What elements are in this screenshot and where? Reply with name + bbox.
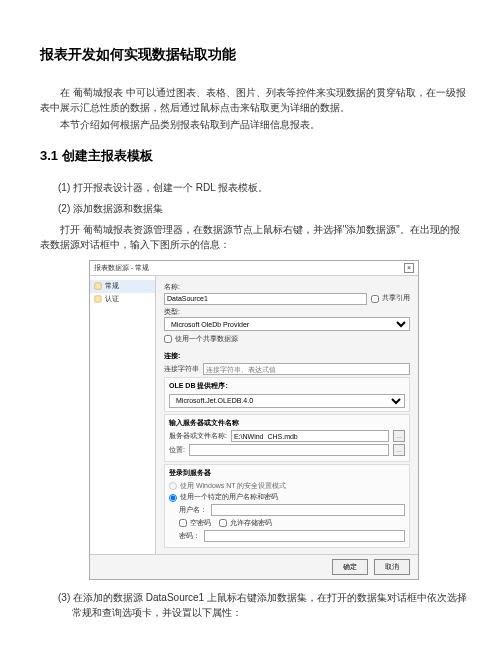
empty-pw-checkbox[interactable] [179,519,187,527]
connection-header: 连接: [164,351,410,362]
type-label: 类型: [164,307,410,318]
server-file-label: 服务器或文件名称: [169,431,227,442]
user-input[interactable] [211,504,405,516]
oledb-header: OLE DB 提供程序: [169,381,405,392]
allow-save-pw-chk[interactable]: 允许存储密码 [219,518,272,529]
user-label: 用户名： [179,505,207,516]
svg-rect-1 [95,296,101,302]
datasource-dialog: 报表数据源 - 常规 × 常规 认证 名称: [89,260,419,581]
password-label: 密码： [179,531,200,542]
page-title: 报表开发如何实现数据钻取功能 [40,44,468,65]
sidebar-item-credentials-label: 认证 [105,294,119,305]
sidebar-item-general-label: 常规 [105,281,119,292]
oledb-select[interactable]: Microsoft.Jet.OLEDB.4.0 [169,394,405,408]
cancel-button[interactable]: 取消 [374,559,410,575]
allow-save-pw-label: 允许存储密码 [230,518,272,529]
use-shared-ds-label: 使用一个共享数据源 [175,334,238,345]
server-file-input[interactable] [231,430,389,442]
location-label: 位置: [169,445,185,456]
login-header: 登录到服务器 [169,468,405,479]
dialog-titlebar: 报表数据源 - 常规 × [90,261,418,277]
location-browse-button[interactable]: … [393,444,405,456]
conn-string-label: 连接字符串 [164,364,199,375]
browse-button[interactable]: … [393,430,405,442]
intro-para-1: 在 葡萄城报表 中可以通过图表、表格、图片、列表等控件来实现数据的贯穿钻取，在一… [40,85,468,115]
sidebar-item-general[interactable]: 常规 [90,280,155,293]
svg-rect-0 [95,283,101,289]
empty-pw-chk[interactable]: 空密码 [179,518,211,529]
dialog-main: 名称: 共享引用 类型: Microsoft OleDb Provider 使用… [156,276,418,554]
winnt-radio [169,482,177,490]
intro-para-2: 本节介绍如何根据产品类别报表钻取到产品详细信息报表。 [40,117,468,132]
step-2: (2) 添加数据源和数据集 [58,201,468,216]
winnt-radio-row: 使用 Windows NT 的安全设置模式 [169,481,405,492]
empty-pw-label: 空密码 [190,518,211,529]
name-label: 名称: [164,282,410,293]
shared-ref-chk[interactable]: 共享引用 [371,293,410,304]
winnt-radio-label: 使用 Windows NT 的安全设置模式 [180,481,286,492]
password-input[interactable] [204,530,405,542]
location-input[interactable] [189,444,389,456]
custom-login-label: 使用一个特定的用户名称和密码 [180,492,278,503]
ok-button[interactable]: 确定 [332,559,368,575]
dialog-title-text: 报表数据源 - 常规 [94,263,149,274]
dialog-sidebar: 常规 认证 [90,276,156,554]
use-shared-ds-checkbox[interactable] [164,335,172,343]
section-heading: 3.1 创建主报表模板 [40,146,468,166]
use-shared-ds[interactable]: 使用一个共享数据源 [164,334,238,345]
name-input[interactable] [164,293,367,305]
close-icon[interactable]: × [404,263,414,273]
step-2-detail: 打开 葡萄城报表资源管理器，在数据源节点上鼠标右键，并选择"添加数据源"。在出现… [40,222,468,252]
sidebar-item-credentials[interactable]: 认证 [90,293,155,306]
allow-save-pw-checkbox[interactable] [219,519,227,527]
custom-login-radio[interactable] [169,494,177,502]
shared-ref-label: 共享引用 [382,293,410,304]
server-header: 输入服务器或文件名称 [169,418,405,429]
step-3: (3) 在添加的数据源 DataSource1 上鼠标右键添加数据集，在打开的数… [58,590,468,620]
shared-ref-checkbox[interactable] [371,295,379,303]
step-1: (1) 打开报表设计器，创建一个 RDL 报表模板。 [58,180,468,195]
dialog-footer: 确定 取消 [90,554,418,579]
type-select[interactable]: Microsoft OleDb Provider [164,317,410,331]
general-icon [94,282,102,290]
credentials-icon [94,295,102,303]
custom-login-row[interactable]: 使用一个特定的用户名称和密码 [169,492,405,503]
conn-string-input[interactable] [203,363,410,375]
